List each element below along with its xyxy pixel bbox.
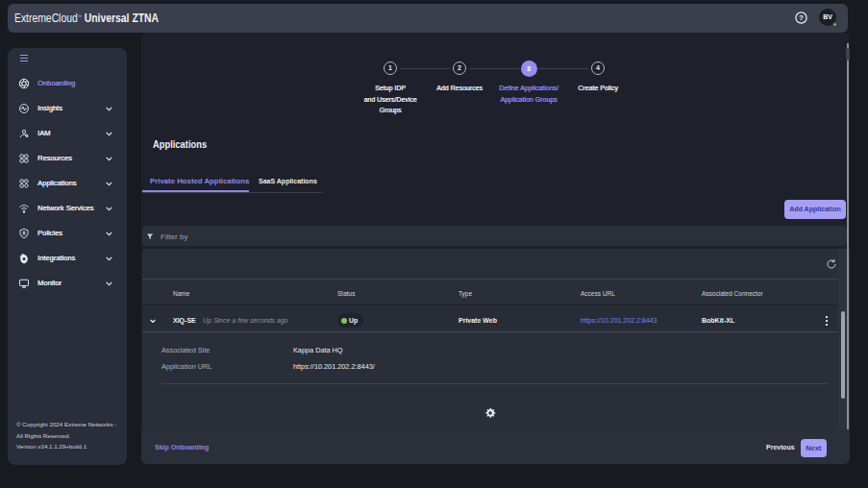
svg-text:?: ? (799, 13, 804, 22)
